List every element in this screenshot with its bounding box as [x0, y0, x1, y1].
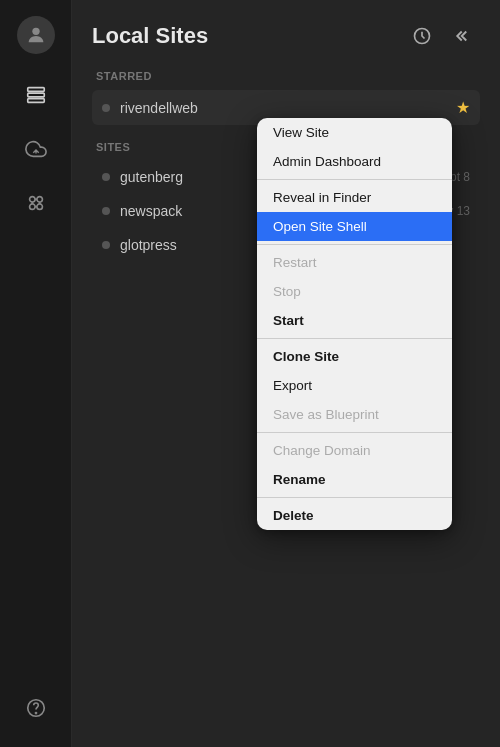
- menu-item-admin-dashboard[interactable]: Admin Dashboard: [257, 147, 452, 176]
- svg-rect-2: [27, 93, 44, 97]
- menu-divider-4: [257, 432, 452, 433]
- menu-item-rename[interactable]: Rename: [257, 465, 452, 494]
- sidebar-item-sites[interactable]: [15, 74, 57, 116]
- sidebar-item-help[interactable]: [15, 687, 57, 729]
- menu-item-view-site[interactable]: View Site: [257, 118, 452, 147]
- menu-item-stop: Stop: [257, 277, 452, 306]
- svg-point-6: [29, 204, 34, 210]
- context-menu: View Site Admin Dashboard Reveal in Find…: [257, 118, 452, 530]
- menu-divider-5: [257, 497, 452, 498]
- context-menu-overlay[interactable]: View Site Admin Dashboard Reveal in Find…: [72, 0, 500, 747]
- main-content: Local Sites Starred: [72, 0, 500, 747]
- svg-rect-3: [27, 99, 44, 103]
- avatar[interactable]: [17, 16, 55, 54]
- cloud-icon: [25, 138, 47, 160]
- menu-divider-2: [257, 244, 452, 245]
- app-container: Local Sites Starred: [0, 0, 500, 747]
- svg-point-13: [35, 712, 36, 713]
- sidebar: [0, 0, 72, 747]
- sidebar-item-cloud[interactable]: [15, 128, 57, 170]
- menu-item-export[interactable]: Export: [257, 371, 452, 400]
- svg-point-0: [32, 28, 39, 35]
- svg-point-4: [29, 197, 34, 203]
- sidebar-item-extensions[interactable]: [15, 182, 57, 224]
- menu-item-restart: Restart: [257, 248, 452, 277]
- help-icon: [25, 697, 47, 719]
- svg-point-5: [36, 197, 41, 203]
- menu-item-open-site-shell[interactable]: Open Site Shell: [257, 212, 452, 241]
- svg-rect-1: [27, 88, 44, 92]
- menu-item-delete[interactable]: Delete: [257, 501, 452, 530]
- menu-divider-3: [257, 338, 452, 339]
- extensions-icon: [25, 192, 47, 214]
- menu-item-save-as-blueprint: Save as Blueprint: [257, 400, 452, 429]
- menu-divider-1: [257, 179, 452, 180]
- menu-item-clone-site[interactable]: Clone Site: [257, 342, 452, 371]
- menu-item-start[interactable]: Start: [257, 306, 452, 335]
- sites-icon: [25, 84, 47, 106]
- svg-point-7: [36, 204, 41, 210]
- menu-item-reveal-in-finder[interactable]: Reveal in Finder: [257, 183, 452, 212]
- user-icon: [25, 24, 47, 46]
- menu-item-change-domain: Change Domain: [257, 436, 452, 465]
